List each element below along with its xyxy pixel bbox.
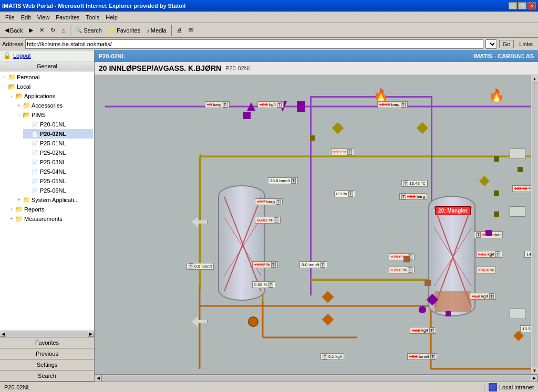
search-button[interactable]: 🔍 Search — [73, 25, 105, 35]
sensor-r8[interactable]: >0.67 % T — [255, 217, 281, 224]
close-button[interactable]: × — [527, 2, 536, 9]
expand-accessories[interactable]: + — [16, 103, 22, 108]
sidebar-item-p25-03nl[interactable]: 📄 P25-03NL — [23, 157, 93, 167]
sensor-r3[interactable]: >0.02 barg T — [377, 101, 408, 108]
mail-button[interactable]: ✉ — [186, 25, 196, 35]
sidebar-item-local[interactable]: - 📂 Local — [1, 82, 93, 91]
sensor-r4[interactable]: >0.1 % T — [331, 149, 354, 155]
home-button[interactable]: ⌂ — [59, 26, 68, 35]
sidebar-header: General — [0, 61, 94, 71]
valve-purple-round[interactable] — [419, 306, 426, 313]
sidebar-tree: + 📁 Personal - 📂 Local - 📂 Applications — [0, 71, 94, 331]
sensor-r12[interactable]: 0.00 % T — [252, 281, 275, 288]
sensor-r1[interactable]: >0 barg T — [205, 101, 230, 108]
folder-icon-sysapps: 📁 — [22, 196, 30, 204]
menu-favorites[interactable]: Favorites — [53, 13, 82, 22]
expand-local[interactable]: - — [1, 84, 7, 89]
sidebar-item-p20-01nl[interactable]: 📄 P20-01NL — [23, 120, 93, 129]
sidebar-item-personal[interactable]: + 📁 Personal — [1, 72, 93, 82]
label-p25-03nl: P25-03NL — [40, 159, 66, 165]
sidebar-item-p25-01nl[interactable]: 📄 P25-01NL — [23, 139, 93, 148]
sidebar-item-sysapps[interactable]: + 📁 System Applicati... — [16, 195, 93, 205]
status-right: 🌐 Local intranet — [484, 383, 538, 391]
search-nav-button[interactable]: Search — [0, 370, 94, 382]
sq-ind-5 — [494, 211, 499, 217]
sensor-r21[interactable]: >0.2 kg/t T — [410, 327, 436, 334]
previous-nav-button[interactable]: Previous — [0, 348, 94, 359]
sidebar-item-pims[interactable]: - 📂 PIMS — [16, 110, 93, 120]
expand-personal[interactable]: + — [1, 75, 7, 80]
hscroll-track[interactable] — [102, 376, 531, 381]
sensor-r20[interactable]: >0.8 kg/t T — [470, 293, 496, 300]
scroll-left[interactable]: ◀ — [0, 331, 6, 337]
applications-children: + 📁 Accessories - 📂 PIMS 📄 — [8, 101, 93, 205]
sidebar-item-p25-06nl[interactable]: 📄 P25-06NL — [23, 186, 93, 195]
sidebar-item-p25-02nl[interactable]: 📄 P25-02NL — [23, 148, 93, 157]
hscroll-left[interactable]: ◀ — [95, 375, 102, 382]
expand-pims[interactable]: - — [16, 112, 22, 118]
sidebar-item-p25-04nl[interactable]: 📄 P25-04NL — [23, 167, 93, 176]
sensor-r2[interactable]: >0.1 kg/t T — [257, 101, 284, 108]
page-icon-p25-05nl: 📄 — [30, 177, 39, 185]
expand-sysapps[interactable]: + — [16, 197, 22, 203]
menu-help[interactable]: Help — [102, 13, 121, 22]
favorites-button[interactable]: ⭐ Favorites — [106, 25, 143, 35]
go-button[interactable]: Go — [499, 40, 514, 48]
print-button[interactable]: 🖨 — [174, 26, 185, 35]
scroll-right[interactable]: ▶ — [88, 331, 94, 337]
valve-brown-round[interactable] — [248, 316, 258, 327]
back-button[interactable]: ◀ Back — [2, 25, 25, 35]
expand-measurements[interactable]: + — [8, 216, 15, 221]
sensor-r7[interactable]: >0.7 barg T — [255, 198, 283, 205]
sensor-r18[interactable]: >0.1 kg/t T — [476, 251, 502, 258]
settings-nav-button[interactable]: Settings — [0, 359, 94, 370]
refresh-button[interactable]: ↻ — [48, 25, 58, 35]
menu-file[interactable]: File — [2, 13, 18, 22]
window-controls[interactable]: _ □ × — [509, 2, 536, 9]
menu-view[interactable]: View — [34, 13, 53, 22]
sensor-r17[interactable]: >25.8 % T — [389, 267, 415, 273]
address-dropdown[interactable] — [485, 39, 497, 49]
valve-3[interactable] — [297, 101, 305, 112]
scroll-track[interactable] — [6, 331, 88, 337]
sidebar-item-accessories[interactable]: + 📁 Accessories — [16, 101, 93, 110]
media-button[interactable]: ♪ Media — [144, 26, 169, 35]
expand-reports[interactable]: + — [8, 207, 15, 212]
logout-link[interactable]: Logout — [13, 52, 31, 59]
svg-rect-23 — [434, 291, 471, 312]
menu-tools[interactable]: Tools — [83, 13, 103, 22]
sensor-r22[interactable]: >0.0 tonn/t T — [407, 353, 437, 360]
sensor-r19[interactable]: >56.4 % — [476, 267, 496, 273]
diagram-area[interactable]: 🔥 🔥 20: Mangler >0 barg T >0.1 kg/t T >0… — [95, 75, 538, 374]
sensor-r5[interactable]: 36.8 tonn/t T — [268, 177, 298, 184]
sensor-r9[interactable]: >0.67 % T — [252, 261, 278, 268]
sensor-r14[interactable]: T>0.1 barg — [399, 193, 427, 200]
address-input[interactable] — [25, 39, 483, 49]
menu-edit[interactable]: Edit — [18, 13, 34, 22]
sidebar-item-measurements[interactable]: + 📁 Measurements — [8, 214, 93, 224]
sensor-r26[interactable]: T0.1 kg/t — [320, 353, 344, 360]
sensor-r16[interactable]: >25.8 % T — [389, 253, 415, 260]
expand-applications[interactable]: - — [8, 93, 15, 99]
favorites-nav-button[interactable]: Favorites — [0, 337, 94, 348]
stop-button[interactable]: ✕ — [37, 25, 47, 35]
sidebar-item-applications[interactable]: - 📂 Applications — [8, 91, 93, 101]
hscroll-right[interactable]: ▶ — [531, 375, 538, 382]
sensor-r13[interactable]: T13.43 °C — [401, 180, 428, 187]
sidebar-item-reports[interactable]: + 📁 Reports — [8, 205, 93, 214]
diagram-vscrollbar[interactable]: ▲ ▼ — [531, 75, 538, 374]
sidebar-item-p25-05nl[interactable]: 📄 P25-05NL — [23, 176, 93, 186]
minimize-button[interactable]: _ — [509, 2, 517, 9]
sidebar-hscrollbar[interactable]: ◀ ▶ — [0, 331, 94, 337]
purple-valve-tl[interactable] — [243, 112, 251, 119]
sensor-r10[interactable]: T0.0 tonn/t — [187, 263, 214, 270]
sensor-r11[interactable]: 0.0 tonn/t T — [299, 261, 327, 268]
maximize-button[interactable]: □ — [518, 2, 526, 9]
vscroll-track[interactable] — [532, 82, 537, 367]
sensor-r6[interactable]: 0.1 % T — [334, 190, 355, 197]
forward-button[interactable]: ▶ — [26, 25, 36, 35]
sidebar-item-p20-02nl[interactable]: 📄 P20-02NL — [23, 129, 93, 139]
content-hscrollbar[interactable]: ◀ ▶ — [95, 374, 538, 382]
vscroll-up[interactable]: ▲ — [531, 75, 539, 82]
vscroll-down[interactable]: ▼ — [531, 367, 539, 374]
